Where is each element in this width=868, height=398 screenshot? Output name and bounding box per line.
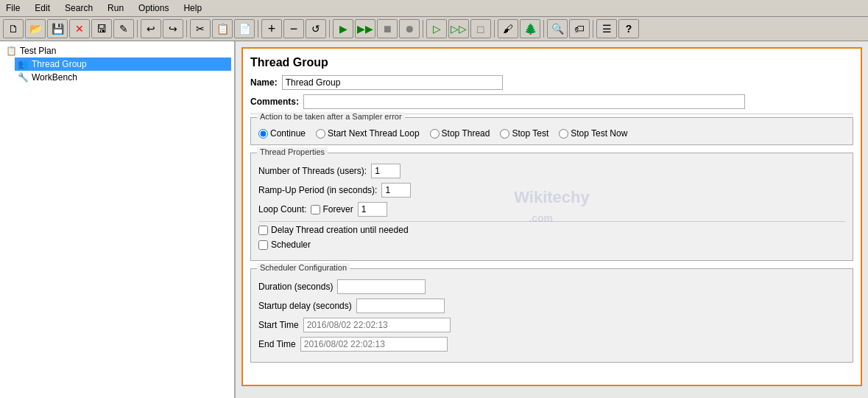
clear-btn[interactable]: ↺ [306,19,326,38]
help-btn[interactable]: ? [618,19,639,38]
scheduler-section-title: Scheduler Configuration [257,263,350,272]
menu-edit[interactable]: Edit [32,1,53,15]
comments-row: Comments: [250,94,853,109]
sep8 [593,20,593,38]
radio-stop-thread[interactable]: Stop Thread [430,128,490,139]
sep2 [186,20,187,38]
start-btn[interactable]: ▶ [333,19,353,38]
delay-thread-label: Delay Thread creation until needed [271,225,409,235]
content-box: Thread Group Name: Comments: Action to b… [241,47,862,386]
startup-delay-label: Startup delay (seconds) [258,301,352,311]
paste-btn[interactable]: 📄 [234,19,255,38]
menu-help[interactable]: Help [180,1,205,15]
radio-stop-test[interactable]: Stop Test [500,128,548,139]
remote-start-btn[interactable]: ▷ [426,19,447,38]
redo-btn[interactable]: ↪ [163,19,183,38]
sep5 [423,20,423,38]
loop-count-row: Loop Count: Forever [258,202,845,217]
tree-item-workbench[interactable]: 🔧 WorkBench [15,71,231,84]
num-threads-input[interactable] [371,164,401,178]
threadgroup-icon: 👥 [18,59,29,69]
brush-btn[interactable]: 🖌 [498,19,518,38]
sep7 [543,20,544,38]
comments-label: Comments: [250,97,299,107]
scheduler-row: Scheduler [258,240,845,250]
new-btn[interactable]: 🗋 [3,19,24,38]
forever-checkbox[interactable] [311,205,320,214]
startup-delay-row: Startup delay (seconds) [258,298,845,313]
radio-row: Continue Start Next Thread Loop Stop Thr… [258,124,845,139]
delay-thread-checkbox[interactable] [258,226,268,235]
add-btn[interactable]: + [261,19,282,38]
start2-btn[interactable]: ▶▶ [355,19,375,38]
startup-delay-input[interactable] [356,298,445,313]
ramp-up-label: Ramp-Up Period (in seconds): [258,185,377,195]
menu-run[interactable]: Run [105,1,127,15]
remote-stop-btn[interactable]: ◻ [470,19,491,38]
stop2-btn[interactable]: ⏺ [399,19,420,38]
workbench-icon: 🔧 [18,72,29,83]
undo-btn[interactable]: ↩ [141,19,161,38]
name-row: Name: [250,75,853,90]
duration-label: Duration (seconds) [258,282,333,292]
end-time-input[interactable] [300,337,448,352]
testplan-label: Test Plan [20,46,56,56]
search-btn[interactable]: 🔍 [547,19,568,38]
save-btn[interactable]: 💾 [47,19,68,38]
radio-continue-input[interactable] [258,129,268,139]
revert-btn[interactable]: ✎ [113,19,134,38]
thread-section-title: Thread Properties [257,147,328,156]
name-input[interactable] [282,75,503,90]
loop-count-input[interactable] [358,202,387,217]
radio-stop-test-now[interactable]: Stop Test Now [559,128,627,139]
delay-thread-row: Delay Thread creation until needed [258,225,845,235]
start-time-input[interactable] [303,318,451,332]
save-all-btn[interactable]: 🖫 [91,19,112,38]
menu-options[interactable]: Options [135,1,172,15]
error-section-title: Action to be taken after a Sampler error [257,112,405,121]
threadgroup-label: Thread Group [32,59,87,69]
loop-count-label: Loop Count: [258,204,306,214]
remote-start-all-btn[interactable]: ▷▷ [448,19,469,38]
scheduler-checkbox[interactable] [258,240,268,250]
remove-btn[interactable]: − [283,19,304,38]
forever-label: Forever [322,204,353,214]
divider2 [258,221,845,222]
radio-stop-test-now-label: Stop Test Now [571,128,627,139]
radio-stop-test-now-input[interactable] [559,129,568,139]
cut-btn[interactable]: ✂ [190,19,211,38]
copy-btn[interactable]: 📋 [212,19,233,38]
radio-start-next[interactable]: Start Next Thread Loop [316,128,420,139]
num-threads-row: Number of Threads (users): [258,164,845,178]
radio-start-next-label: Start Next Thread Loop [328,128,420,139]
menu-search[interactable]: Search [62,1,96,15]
comments-input[interactable] [303,94,745,109]
end-time-row: End Time [258,337,845,352]
tree-item-threadgroup[interactable]: 👥 Thread Group [15,57,231,71]
tree-btn[interactable]: 🌲 [520,19,540,38]
sep1 [137,20,138,38]
menu-file[interactable]: File [3,1,23,15]
open-btn[interactable]: 📂 [25,19,46,38]
tag-btn[interactable]: 🏷 [569,19,590,38]
tree-item-testplan[interactable]: 📋 Test Plan [3,44,231,57]
sep6 [494,20,495,38]
radio-continue[interactable]: Continue [258,128,306,139]
stop-btn[interactable]: ⏹ [377,19,398,38]
tree-panel: 📋 Test Plan 👥 Thread Group 🔧 WorkBench [0,41,236,398]
close-btn[interactable]: ✕ [69,19,90,38]
section-title: Thread Group [250,56,853,69]
sep3 [258,20,258,38]
radio-continue-label: Continue [270,128,306,139]
right-panel: Thread Group Name: Comments: Action to b… [236,41,868,398]
workbench-label: WorkBench [32,72,77,83]
num-threads-label: Number of Threads (users): [258,166,367,176]
radio-stop-thread-input[interactable] [430,129,440,139]
duration-input[interactable] [337,279,426,294]
radio-stop-test-input[interactable] [500,129,509,139]
radio-start-next-input[interactable] [316,129,325,139]
error-section: Action to be taken after a Sampler error… [250,117,853,145]
ramp-up-input[interactable] [381,183,411,198]
scheduler-section: Scheduler Configuration Duration (second… [250,268,853,363]
list-btn[interactable]: ☰ [596,19,617,38]
